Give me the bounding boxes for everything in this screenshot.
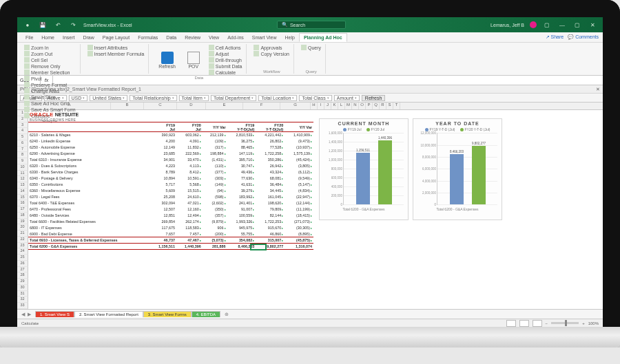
ribbon-cell-sel[interactable]: Cell Sel: [23, 57, 77, 63]
row-header-11[interactable]: 11: [17, 171, 28, 177]
row-header-16[interactable]: 16: [17, 200, 28, 206]
ribbon-calculate[interactable]: Calculate: [207, 69, 244, 75]
ribbon-remove-only[interactable]: Remove Only: [23, 63, 77, 69]
ribbon-zoom-in[interactable]: Zoom In: [23, 45, 77, 50]
zoom-out-icon[interactable]: −: [546, 321, 548, 325]
col-header-G[interactable]: G: [280, 103, 311, 109]
row-header-28[interactable]: 28: [17, 272, 28, 279]
row-header-18[interactable]: 18: [17, 213, 28, 219]
ribbon-smart-slice[interactable]: Smart Slice: [23, 94, 77, 100]
pov-united-states[interactable]: United States: [90, 95, 127, 101]
ribbon-pivot[interactable]: Pivot: [23, 76, 77, 81]
zoom-in-icon[interactable]: +: [582, 321, 585, 325]
table-row[interactable]: 6800 - IT Expenses117,675118,583▸906▸945…: [28, 225, 313, 231]
table-row[interactable]: 6360 - Miscellaneous Expense5,60915,515▸…: [28, 188, 313, 194]
ribbon-cell-actions[interactable]: Cell Actions: [207, 45, 244, 50]
row-header-21[interactable]: 21: [17, 231, 28, 237]
col-header-E[interactable]: E: [206, 103, 243, 109]
maximize-icon[interactable]: ▢: [572, 20, 582, 30]
ribbon-copy-version[interactable]: Copy Version: [252, 51, 291, 56]
ribbon-tab-add-ins[interactable]: Add-ins: [223, 34, 248, 41]
refresh-button[interactable]: Refresh: [154, 45, 180, 75]
table-row[interactable]: Total 6310 - Insurance Expense34,90133,4…: [28, 157, 313, 163]
ribbon-tab-draw[interactable]: Draw: [79, 34, 98, 41]
col-header-T[interactable]: T: [393, 103, 400, 109]
ribbon-insert-member-formula[interactable]: Insert Member Formula: [86, 51, 146, 56]
table-row[interactable]: 6370 - Legal Fees25,20824,610▸(598)▸183,…: [28, 194, 313, 200]
row-header-25[interactable]: 25: [17, 255, 28, 261]
col-header-O[interactable]: O: [359, 103, 366, 109]
autosave-toggle[interactable]: ●: [23, 20, 32, 30]
table-row[interactable]: Total 6600 - Facilities Related Expenses…: [28, 219, 313, 225]
ribbon-tab-insert[interactable]: Insert: [59, 34, 79, 41]
ribbon-tab-home[interactable]: Home: [37, 34, 59, 41]
sheet-tab[interactable]: 1. Smart View S: [35, 311, 74, 317]
row-header-29[interactable]: 29: [17, 279, 28, 285]
comments-button[interactable]: 💬 Comments: [568, 34, 599, 40]
ribbon-member-selection[interactable]: Member Selection: [23, 69, 77, 75]
table-row[interactable]: Total 6400 - T&E Expenses302,09447,021▸(…: [28, 200, 313, 206]
table-row[interactable]: 6290 - Advertising Expense23,685222,569▸…: [28, 151, 313, 157]
pov-button[interactable]: POV: [183, 45, 204, 75]
row-header-24[interactable]: 24: [17, 248, 28, 255]
row-header-31[interactable]: 31: [17, 291, 28, 297]
tab-nav-prev[interactable]: ◀: [21, 312, 25, 317]
table-row[interactable]: Total 6200 - G&A Expenses1,156,5111,440,…: [28, 244, 313, 250]
save-icon[interactable]: 💾: [38, 20, 48, 30]
row-header-30[interactable]: 30: [17, 285, 28, 291]
close-icon[interactable]: ✕: [588, 20, 597, 30]
pov-total-location[interactable]: Total Location: [258, 95, 297, 101]
ribbon-tab-data[interactable]: Data: [162, 34, 180, 41]
ribbon-tab-page-layout[interactable]: Page Layout: [99, 34, 134, 41]
cells-area[interactable]: ORACLE NETSUITE BUSINESS GROWS HERE FY19…: [28, 110, 603, 309]
ribbon-tab-file[interactable]: File: [21, 34, 37, 41]
table-row[interactable]: 6480 - Outside Services12,85112,494▸(357…: [28, 213, 313, 219]
user-name[interactable]: Lemarus, Jeff B: [490, 23, 524, 28]
pov-total-department[interactable]: Total Department: [211, 95, 256, 101]
ribbon-tab-smart-view[interactable]: Smart View: [248, 34, 281, 41]
ribbon-tab-formulas[interactable]: Formulas: [134, 34, 162, 41]
row-header-4[interactable]: 4: [17, 128, 28, 134]
zoom-level[interactable]: 100%: [588, 321, 599, 325]
ribbon-adjust[interactable]: Adjust: [207, 51, 244, 56]
view-page-layout-icon[interactable]: [519, 320, 529, 327]
user-avatar[interactable]: [530, 21, 537, 28]
sheet-tab[interactable]: 3. Smart View Forms: [143, 311, 192, 317]
ribbon-save-ad-hoc-grid[interactable]: Save Ad Hoc Grid: [23, 100, 77, 106]
row-header-5[interactable]: 5: [17, 134, 28, 140]
ribbon-mode-icon[interactable]: ▢: [542, 20, 552, 30]
view-page-break-icon[interactable]: [533, 320, 542, 327]
ribbon-change-alias[interactable]: Change Alias: [23, 88, 77, 94]
minimize-icon[interactable]: —: [557, 20, 567, 30]
pov-total-class[interactable]: Total Class: [299, 95, 331, 101]
pov-total-relationship[interactable]: Total Relationship: [130, 95, 176, 101]
col-header-N[interactable]: N: [352, 103, 359, 109]
ribbon-preserve-format[interactable]: Preserve Format: [23, 82, 77, 87]
ribbon-submit-data[interactable]: Submit Data: [207, 63, 244, 69]
pov-refresh-button[interactable]: Refresh: [362, 95, 386, 101]
table-row[interactable]: 6250 - Automobile Expense12,14911,832▸(3…: [28, 144, 313, 151]
col-header-L[interactable]: L: [338, 103, 345, 109]
col-header-D[interactable]: D: [177, 103, 206, 109]
row-header-13[interactable]: 13: [17, 182, 28, 189]
row-header-8[interactable]: 8: [17, 152, 28, 158]
row-header-20[interactable]: 20: [17, 224, 28, 231]
table-row[interactable]: 6470 - Professional Fees12,50712,160▸(35…: [28, 206, 313, 213]
row-header-23[interactable]: 23: [17, 243, 28, 249]
col-header-B[interactable]: B: [111, 103, 144, 109]
col-header-C[interactable]: C: [144, 103, 177, 109]
table-row[interactable]: 6210 - Salaries & Wages390,923603,062▸21…: [28, 132, 313, 138]
ribbon-zoom-out[interactable]: Zoom Out: [23, 51, 77, 56]
redo-icon[interactable]: ↷: [68, 20, 78, 30]
view-normal-icon[interactable]: [506, 320, 516, 327]
col-header-S[interactable]: S: [386, 103, 393, 109]
table-row[interactable]: 6900 - Bad Debt Expense7,6577,457▸(200)▸…: [28, 231, 313, 237]
row-header-32[interactable]: 32: [17, 297, 28, 303]
table-row[interactable]: 6350 - Contributions5,7175,568▸(149)▸41,…: [28, 182, 313, 188]
col-header-P[interactable]: P: [366, 103, 373, 109]
row-header-26[interactable]: 26: [17, 261, 28, 267]
add-sheet-button[interactable]: ⊕: [220, 312, 233, 317]
row-header-15[interactable]: 15: [17, 195, 28, 201]
ribbon-tab-view[interactable]: View: [205, 34, 223, 41]
row-header-7[interactable]: 7: [17, 147, 28, 153]
